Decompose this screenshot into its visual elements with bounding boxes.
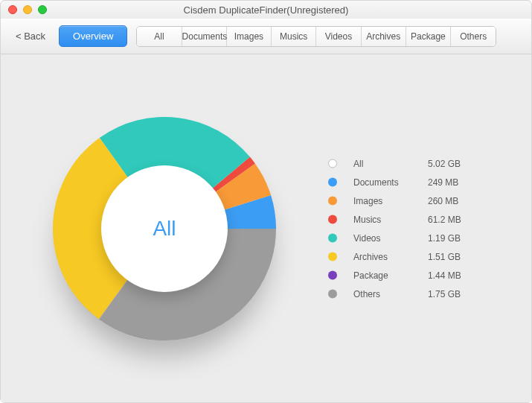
tab-package[interactable]: Package <box>406 27 451 46</box>
legend-row-musics: Musics61.2 MB <box>328 214 480 224</box>
tab-musics[interactable]: Musics <box>272 27 316 46</box>
legend-size: 1.75 GB <box>428 288 480 299</box>
legend-dot-icon <box>328 215 337 223</box>
legend-name: Images <box>353 195 428 206</box>
legend-size: 1.51 GB <box>428 251 480 261</box>
legend-name: Archives <box>353 251 428 261</box>
content-area: All All5.02 GBDocuments249 MBImages260 M… <box>1 54 531 402</box>
legend-dot-icon <box>328 252 337 261</box>
legend-dot-icon <box>328 289 337 298</box>
legend-row-all: All5.02 GB <box>328 158 480 168</box>
overview-button[interactable]: Overview <box>59 25 127 47</box>
legend-dot-icon <box>328 177 337 186</box>
back-button[interactable]: < Back <box>11 28 50 45</box>
legend-name: Others <box>353 288 428 299</box>
legend-size: 249 MB <box>428 177 480 187</box>
legend-row-documents: Documents249 MB <box>328 177 480 187</box>
legend-row-others: Others1.75 GB <box>328 288 480 299</box>
category-tabs: AllDocumentsImagesMusicsVideosArchivesPa… <box>136 26 496 47</box>
chart-center-label: All <box>101 165 228 292</box>
window-controls <box>8 5 47 14</box>
legend-dot-icon <box>328 159 337 168</box>
legend-dot-icon <box>328 196 337 205</box>
legend-size: 5.02 GB <box>428 158 480 168</box>
legend-size: 1.44 MB <box>428 270 480 280</box>
toolbar: < Back Overview AllDocumentsImagesMusics… <box>1 19 531 54</box>
close-icon[interactable] <box>8 5 17 14</box>
titlebar: Cisdem DuplicateFinder(Unregistered) <box>1 1 531 19</box>
legend-name: All <box>353 158 428 168</box>
pie-chart: All <box>53 117 276 340</box>
tab-all[interactable]: All <box>137 27 182 46</box>
legend-row-package: Package1.44 MB <box>328 270 480 280</box>
tab-images[interactable]: Images <box>227 27 272 46</box>
legend-row-images: Images260 MB <box>328 195 480 206</box>
tab-others[interactable]: Others <box>451 27 496 46</box>
legend-size: 260 MB <box>428 195 480 206</box>
window-title: Cisdem DuplicateFinder(Unregistered) <box>1 4 531 16</box>
legend-row-archives: Archives1.51 GB <box>328 251 480 261</box>
legend-size: 61.2 MB <box>428 214 480 224</box>
legend-name: Musics <box>353 214 428 224</box>
legend-dot-icon <box>328 233 337 242</box>
legend-size: 1.19 GB <box>428 232 480 243</box>
legend-dot-icon <box>328 270 337 279</box>
legend-name: Videos <box>353 232 428 243</box>
legend: All5.02 GBDocuments249 MBImages260 MBMus… <box>328 158 480 299</box>
tab-archives[interactable]: Archives <box>362 27 406 46</box>
minimize-icon[interactable] <box>23 5 32 14</box>
tab-documents[interactable]: Documents <box>182 27 227 46</box>
legend-row-videos: Videos1.19 GB <box>328 232 480 243</box>
tab-videos[interactable]: Videos <box>316 27 361 46</box>
legend-name: Documents <box>353 177 428 187</box>
zoom-icon[interactable] <box>38 5 47 14</box>
app-window: Cisdem DuplicateFinder(Unregistered) < B… <box>0 0 532 403</box>
legend-name: Package <box>353 270 428 280</box>
